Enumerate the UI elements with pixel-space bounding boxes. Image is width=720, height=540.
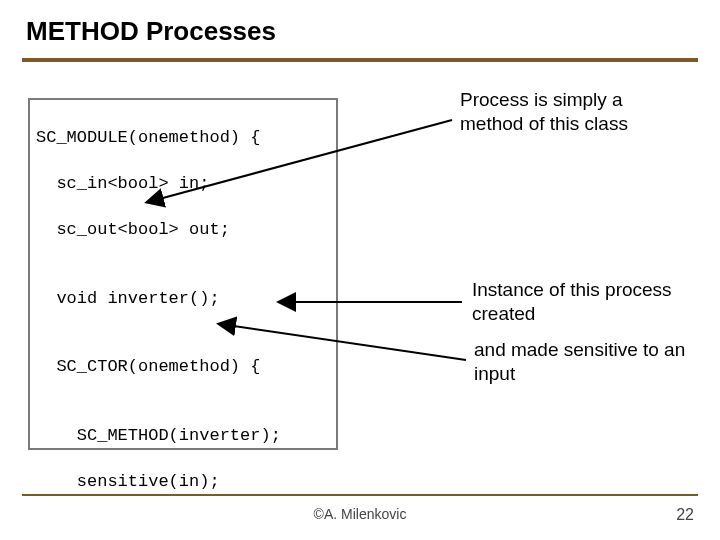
- svg-line-0: [148, 120, 452, 202]
- svg-line-2: [220, 324, 466, 360]
- rule-bottom: [22, 494, 698, 496]
- annotation-sensitive: and made sensitive to an input: [474, 338, 694, 386]
- footer-author: ©A. Milenkovic: [0, 506, 720, 522]
- annotation-process: Process is simply a method of this class: [460, 88, 680, 136]
- footer-page-number: 22: [676, 506, 694, 524]
- annotation-instance: Instance of this process created: [472, 278, 692, 326]
- arrow-icon: [0, 0, 720, 540]
